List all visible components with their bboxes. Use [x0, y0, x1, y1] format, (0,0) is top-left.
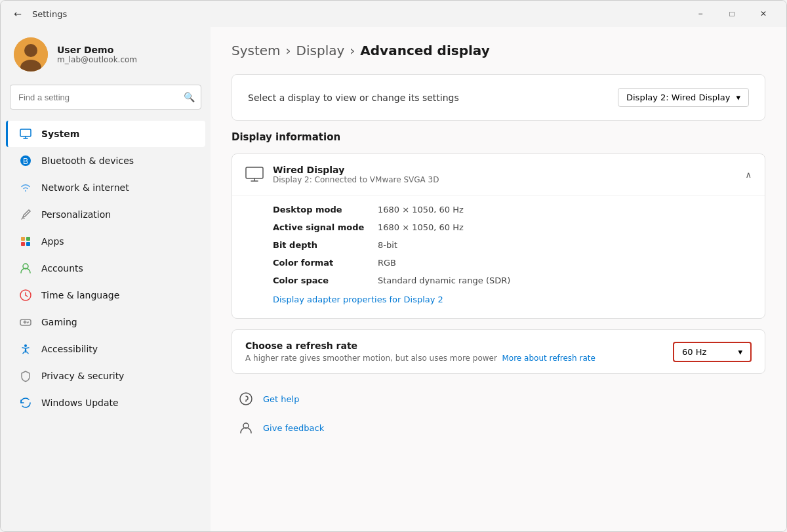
- brush-icon: [19, 208, 32, 221]
- desktop-mode-value: 1680 × 1050, 60 Hz: [378, 205, 464, 215]
- color-format-label: Color format: [273, 258, 378, 268]
- sidebar-item-system-label: System: [41, 129, 192, 139]
- display-dropdown-value: Display 2: Wired Display: [626, 92, 730, 102]
- settings-window: ← Settings − □ ✕ User Demo m_: [0, 0, 787, 532]
- search-input[interactable]: [10, 85, 201, 110]
- avatar: [14, 37, 48, 72]
- sidebar-item-network-label: Network & internet: [41, 182, 192, 193]
- select-display-label: Select a display to view or change its s…: [248, 92, 459, 103]
- breadcrumb-display: Display: [296, 43, 345, 58]
- sidebar-item-time[interactable]: Time & language: [6, 282, 205, 308]
- select-display-card: Select a display to view or change its s…: [232, 74, 765, 121]
- maximize-button[interactable]: □: [717, 3, 747, 24]
- help-section: Get help Give feedback: [232, 384, 765, 442]
- refresh-rate-subtitle: A higher rate gives smoother motion, but…: [245, 354, 595, 363]
- monitor-display-icon: [245, 165, 264, 184]
- breadcrumb-sep-1: ›: [286, 43, 291, 58]
- sidebar-item-time-label: Time & language: [41, 290, 192, 300]
- minimize-button[interactable]: −: [685, 3, 716, 24]
- content-area: User Demo m_lab@outlook.com 🔍: [1, 27, 786, 531]
- sidebar-item-accessibility[interactable]: Accessibility: [6, 336, 205, 362]
- titlebar-title: Settings: [32, 9, 685, 19]
- refresh-rate-card: Choose a refresh rate A higher rate give…: [232, 329, 765, 374]
- gaming-icon: [19, 316, 32, 329]
- desktop-mode-label: Desktop mode: [273, 205, 378, 215]
- display-title-group: Wired Display Display 2: Connected to VM…: [273, 165, 439, 184]
- display-dropdown[interactable]: Display 2: Wired Display ▾: [618, 88, 749, 107]
- svg-rect-8: [21, 242, 25, 246]
- sidebar-nav: System B Bluetooth & devices: [1, 120, 211, 417]
- adapter-properties-link[interactable]: Display adapter properties for Display 2: [273, 295, 443, 304]
- sidebar-item-bluetooth-label: Bluetooth & devices: [41, 155, 192, 166]
- sidebar-item-accounts-label: Accounts: [41, 263, 192, 274]
- more-about-refresh-link[interactable]: More about refresh rate: [502, 354, 595, 363]
- get-help-item[interactable]: Get help: [234, 384, 765, 413]
- breadcrumb-sep-2: ›: [350, 43, 355, 58]
- user-profile[interactable]: User Demo m_lab@outlook.com: [1, 27, 211, 85]
- sidebar-item-network[interactable]: Network & internet: [6, 174, 205, 201]
- color-space-label: Color space: [273, 276, 378, 285]
- get-help-icon: [237, 390, 255, 408]
- accessibility-icon: [19, 342, 32, 356]
- sidebar-item-accounts[interactable]: Accounts: [6, 255, 205, 281]
- chevron-down-icon: ▾: [736, 92, 740, 102]
- user-name: User Demo: [57, 45, 137, 55]
- sidebar: User Demo m_lab@outlook.com 🔍: [1, 27, 211, 531]
- active-signal-label: Active signal mode: [273, 222, 378, 232]
- color-space-row: Color space Standard dynamic range (SDR): [273, 272, 752, 289]
- svg-point-1: [24, 44, 37, 57]
- display-info-card: Wired Display Display 2: Connected to VM…: [232, 153, 765, 319]
- window-controls: − □ ✕: [685, 3, 778, 24]
- give-feedback-label: Give feedback: [263, 423, 324, 433]
- refresh-rate-title: Choose a refresh rate: [245, 340, 595, 351]
- breadcrumb-current: Advanced display: [360, 43, 489, 58]
- sidebar-item-apps[interactable]: Apps: [6, 228, 205, 255]
- breadcrumb-system: System: [232, 43, 281, 58]
- svg-rect-7: [26, 237, 30, 241]
- sidebar-item-gaming[interactable]: Gaming: [6, 309, 205, 335]
- sidebar-item-privacy-label: Privacy & security: [41, 371, 192, 381]
- display-info-body: Desktop mode 1680 × 1050, 60 Hz Active s…: [232, 195, 765, 318]
- sidebar-item-personalization-label: Personalization: [41, 209, 192, 220]
- active-signal-value: 1680 × 1050, 60 Hz: [378, 222, 464, 232]
- display-info-header[interactable]: Wired Display Display 2: Connected to VM…: [232, 154, 765, 195]
- shield-icon: [19, 369, 32, 382]
- wifi-icon: [19, 181, 32, 194]
- clock-icon: [19, 289, 32, 302]
- bit-depth-label: Bit depth: [273, 240, 378, 250]
- sidebar-item-privacy[interactable]: Privacy & security: [6, 363, 205, 389]
- sidebar-item-accessibility-label: Accessibility: [41, 344, 192, 354]
- sidebar-item-bluetooth[interactable]: B Bluetooth & devices: [6, 148, 205, 174]
- bit-depth-row: Bit depth 8-bit: [273, 236, 752, 254]
- give-feedback-item[interactable]: Give feedback: [234, 413, 765, 442]
- active-signal-row: Active signal mode 1680 × 1050, 60 Hz: [273, 218, 752, 236]
- refresh-chevron-icon: ▾: [738, 347, 742, 357]
- sidebar-item-system[interactable]: System: [6, 121, 205, 147]
- display-name: Wired Display: [273, 165, 439, 175]
- sidebar-item-windows-update-label: Windows Update: [41, 398, 192, 408]
- svg-text:B: B: [23, 157, 28, 166]
- sidebar-item-windows-update[interactable]: Windows Update: [6, 390, 205, 416]
- display-subtitle: Display 2: Connected to VMware SVGA 3D: [273, 175, 439, 184]
- apps-icon: [19, 235, 32, 248]
- chevron-up-icon: ∧: [745, 170, 752, 180]
- person-icon: [19, 262, 32, 275]
- back-button[interactable]: ←: [9, 5, 27, 23]
- sidebar-item-gaming-label: Gaming: [41, 317, 192, 327]
- main-content: System › Display › Advanced display Sele…: [211, 27, 786, 531]
- update-icon: [19, 396, 32, 409]
- svg-rect-6: [21, 237, 25, 241]
- close-button[interactable]: ✕: [748, 3, 778, 24]
- display-info-section-title: Display information: [232, 131, 765, 143]
- give-feedback-icon: [237, 419, 255, 437]
- titlebar: ← Settings − □ ✕: [1, 1, 786, 27]
- display-select-row: Select a display to view or change its s…: [248, 88, 749, 107]
- refresh-rate-dropdown[interactable]: 60 Hz ▾: [673, 342, 752, 362]
- color-format-row: Color format RGB: [273, 254, 752, 272]
- svg-rect-9: [26, 242, 30, 246]
- refresh-rate-value: 60 Hz: [682, 347, 706, 357]
- get-help-label: Get help: [263, 394, 299, 404]
- sidebar-item-apps-label: Apps: [41, 236, 192, 247]
- sidebar-item-personalization[interactable]: Personalization: [6, 201, 205, 228]
- search-box: 🔍: [10, 85, 201, 110]
